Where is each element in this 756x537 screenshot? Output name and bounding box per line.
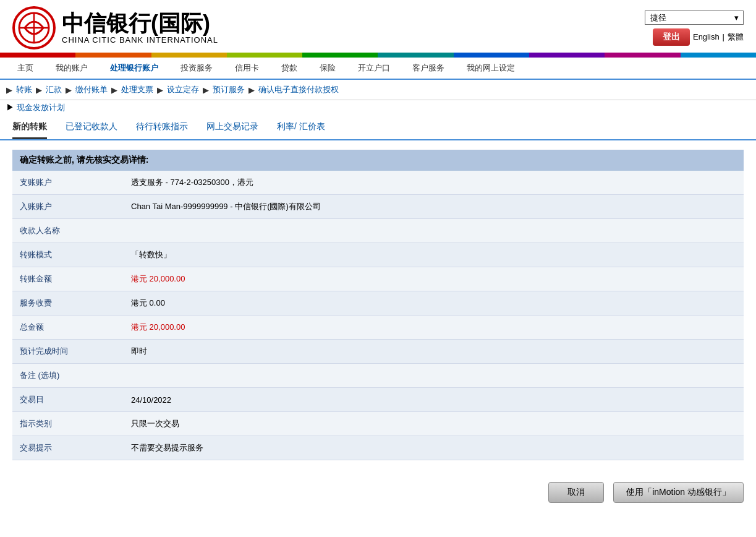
table-row: 预计完成时间即时 <box>12 340 744 364</box>
shortcuts-dropdown[interactable]: 捷径 <box>645 11 744 25</box>
sub-nav-link[interactable]: 转账 <box>12 83 36 97</box>
lang-separator: | <box>723 32 724 41</box>
sub-nav-arrow: ▶ <box>6 85 12 95</box>
logo-icon <box>12 6 56 49</box>
shortcuts-select: 捷径 <box>645 11 744 25</box>
main-nav-item[interactable]: 客户服务 <box>401 58 456 79</box>
sub-nav-link[interactable]: 缴付账单 <box>72 83 111 97</box>
sub-nav-separator: ▶ <box>203 85 209 95</box>
row-value: Chan Tai Man-9999999999 - 中信银行(國際)有限公司 <box>124 195 744 219</box>
cancel-button[interactable]: 取消 <box>548 482 604 503</box>
table-row: 备注 (选填) <box>12 364 744 388</box>
sub-nav-separator: ▶ <box>248 85 255 95</box>
sub-nav-separator: ▶ <box>111 85 117 95</box>
main-nav-item[interactable]: 处理银行账户 <box>99 58 169 79</box>
table-row: 服务收费港元 0.00 <box>12 291 744 316</box>
table-row: 交易日24/10/2022 <box>12 388 744 412</box>
tab-nav-item[interactable]: 新的转账 <box>12 121 47 139</box>
logo-area: 中信银行(国际) CHINA CITIC BANK INTERNATIONAL <box>12 6 218 49</box>
header: 中信银行(国际) CHINA CITIC BANK INTERNATIONAL … <box>0 0 756 53</box>
row-value: 透支服务 - 774-2-03250300，港元 <box>124 171 744 195</box>
tab-nav-item[interactable]: 网上交易记录 <box>206 121 258 139</box>
detail-table: 支账账户透支服务 - 774-2-03250300，港元入账账户Chan Tai… <box>12 171 744 460</box>
header-links: 登出 English | 繁體 <box>653 28 744 46</box>
sub-nav-line2: ▶ 现金发放计划 <box>0 100 756 115</box>
row-label: 入账账户 <box>12 195 124 219</box>
main-nav-item[interactable]: 我的账户 <box>45 58 99 79</box>
tab-nav: 新的转账已登记收款人待行转账指示网上交易记录利率/ 汇价表 <box>0 115 756 140</box>
row-label: 交易日 <box>12 388 124 412</box>
main-nav-item[interactable]: 贷款 <box>270 58 308 79</box>
main-nav-item[interactable]: 投资服务 <box>169 58 224 79</box>
row-label: 收款人名称 <box>12 219 124 243</box>
row-label: 服务收费 <box>12 291 124 316</box>
row-value: 港元 20,000.00 <box>124 267 744 291</box>
sub-nav-link[interactable]: 确认电子直接付款授权 <box>255 83 342 97</box>
row-label: 指示类别 <box>12 412 124 436</box>
logo-chinese: 中信银行(国际) <box>62 11 218 36</box>
row-label: 支账账户 <box>12 171 124 195</box>
header-right: 捷径 登出 English | 繁體 <box>645 11 744 46</box>
table-row: 入账账户Chan Tai Man-9999999999 - 中信银行(國際)有限… <box>12 195 744 219</box>
row-label: 预计完成时间 <box>12 340 124 364</box>
main-nav: 主页我的账户处理银行账户投资服务信用卡贷款保险开立户口客户服务我的网上设定 <box>0 58 756 80</box>
table-row: 转账金额港元 20,000.00 <box>12 267 744 291</box>
main-nav-item[interactable]: 信用卡 <box>224 58 270 79</box>
sub-nav-separator: ▶ <box>36 85 42 95</box>
shortcuts-wrapper[interactable]: 捷径 <box>645 11 744 25</box>
row-label: 转账金额 <box>12 267 124 291</box>
table-row: 指示类别只限一次交易 <box>12 412 744 436</box>
row-value <box>124 219 744 243</box>
button-row: 取消 使用「inMotion 动感银行」 <box>0 470 756 509</box>
row-value: 港元 20,000.00 <box>124 316 744 340</box>
logout-button[interactable]: 登出 <box>653 28 690 46</box>
table-row: 收款人名称 <box>12 219 744 243</box>
tab-nav-item[interactable]: 待行转账指示 <box>136 121 188 139</box>
main-nav-item[interactable]: 主页 <box>6 58 45 79</box>
logo-english: CHINA CITIC BANK INTERNATIONAL <box>62 35 218 45</box>
sub-nav: ▶ 转账 ▶ 汇款 ▶ 缴付账单 ▶ 处理支票 ▶ 设立定存 ▶ 预订服务 ▶ … <box>0 80 756 100</box>
table-row: 支账账户透支服务 - 774-2-03250300，港元 <box>12 171 744 195</box>
table-row: 总金额港元 20,000.00 <box>12 316 744 340</box>
row-label: 总金额 <box>12 316 124 340</box>
row-value: 即时 <box>124 340 744 364</box>
row-value: 只限一次交易 <box>124 412 744 436</box>
inmotion-button[interactable]: 使用「inMotion 动感银行」 <box>613 482 744 503</box>
sub-nav-link[interactable]: 设立定存 <box>163 83 203 97</box>
content: 确定转账之前, 请先核实交易详情: 支账账户透支服务 - 774-2-03250… <box>0 140 756 470</box>
sub-nav-link[interactable]: 处理支票 <box>117 83 157 97</box>
sub-nav-separator: ▶ <box>66 85 72 95</box>
logo-text: 中信银行(国际) CHINA CITIC BANK INTERNATIONAL <box>62 11 218 45</box>
row-label: 备注 (选填) <box>12 364 124 388</box>
sub-nav-arrow: ▶ <box>6 103 17 112</box>
english-lang-link[interactable]: English <box>693 32 720 41</box>
row-label: 转账模式 <box>12 243 124 267</box>
row-value: 24/10/2022 <box>124 388 744 412</box>
table-row: 交易提示不需要交易提示服务 <box>12 436 744 460</box>
row-value: 「转数快」 <box>124 243 744 267</box>
table-row: 转账模式「转数快」 <box>12 243 744 267</box>
confirm-header: 确定转账之前, 请先核实交易详情: <box>12 150 744 171</box>
row-label: 交易提示 <box>12 436 124 460</box>
row-value <box>124 364 744 388</box>
color-bar <box>0 53 756 58</box>
sub-nav-separator: ▶ <box>157 85 163 95</box>
row-value: 不需要交易提示服务 <box>124 436 744 460</box>
tab-nav-item[interactable]: 利率/ 汇价表 <box>277 121 325 139</box>
sub-nav-link[interactable]: 汇款 <box>42 83 66 97</box>
row-value: 港元 0.00 <box>124 291 744 316</box>
main-nav-item[interactable]: 开立户口 <box>347 58 401 79</box>
sub-nav-link[interactable]: 预订服务 <box>209 83 248 97</box>
main-nav-item[interactable]: 保险 <box>308 58 347 79</box>
sub-nav-link[interactable]: 现金发放计划 <box>17 103 65 112</box>
main-nav-item[interactable]: 我的网上设定 <box>456 58 526 79</box>
traditional-lang-link[interactable]: 繁體 <box>728 32 744 43</box>
sub-nav-row1: ▶ 转账 ▶ 汇款 ▶ 缴付账单 ▶ 处理支票 ▶ 设立定存 ▶ 预订服务 ▶ … <box>6 83 342 97</box>
tab-nav-item[interactable]: 已登记收款人 <box>66 121 117 139</box>
